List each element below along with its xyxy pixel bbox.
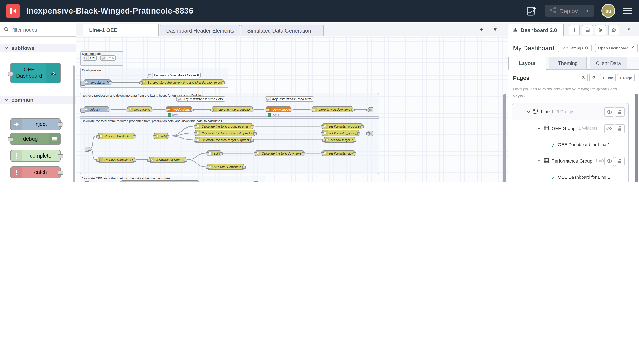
calc-node[interactable]: Calculate the total downtime duration — [255, 150, 304, 156]
add-page-button[interactable]: + Page — [617, 74, 635, 82]
input-port[interactable] — [126, 108, 129, 112]
calc-node[interactable]: Calculate the total target output of tod… — [195, 137, 252, 143]
flowfuse-logo-icon[interactable] — [6, 4, 20, 18]
split-node[interactable]: split — [154, 133, 168, 139]
output-port[interactable] — [353, 139, 356, 142]
output-port[interactable] — [184, 159, 187, 162]
input-port[interactable] — [153, 135, 156, 138]
input-port[interactable] — [311, 108, 314, 112]
tab-client-data[interactable]: Client Data — [589, 56, 627, 70]
flow-list-caret-icon[interactable]: ▾ — [494, 26, 497, 32]
add-link-button[interactable]: + Link — [600, 74, 615, 82]
link-in-node[interactable] — [85, 181, 90, 182]
comment-node[interactable]: License — [83, 55, 97, 61]
inject-button[interactable] — [80, 108, 85, 113]
input-port[interactable] — [96, 159, 100, 162]
input-port[interactable] — [8, 137, 13, 142]
comment-node[interactable]: Key Instructions: Read Before Proceeding — [265, 96, 314, 102]
collapse-all-button[interactable] — [578, 74, 588, 82]
output-port[interactable] — [302, 152, 305, 156]
output-port[interactable] — [219, 152, 223, 156]
output-port[interactable] — [253, 132, 256, 135]
input-port[interactable] — [264, 108, 268, 112]
flow-tab-line-1-oee[interactable]: Line-1 OEE — [83, 24, 159, 36]
output-port[interactable] — [190, 108, 194, 112]
edit-settings-button[interactable]: Edit Settings⚙ — [558, 44, 592, 52]
palette-node-OEE-Dashboard[interactable]: OEE Dashboard — [10, 63, 61, 83]
change-node[interactable]: Retrieve Downtime Data — [98, 157, 135, 162]
flow-tab-simulated-data-generation[interactable]: Simulated Data Generation — [241, 25, 324, 36]
visibility-toggle-button[interactable] — [604, 107, 614, 116]
input-port[interactable] — [96, 135, 100, 138]
output-port[interactable] — [109, 82, 112, 84]
output-port[interactable] — [166, 135, 169, 138]
deploy-button[interactable]: Deploy ▼ — [545, 5, 594, 17]
chevron-down-icon[interactable] — [527, 110, 530, 114]
switch-node[interactable]: Is Downtime Data Empty? — [149, 157, 186, 162]
comment-node[interactable]: README — [100, 55, 116, 61]
change-node[interactable]: set flow.total_good_units — [322, 130, 359, 136]
output-port[interactable] — [133, 135, 136, 138]
input-port[interactable] — [206, 152, 209, 156]
tree-group-row-performance-group[interactable]: Performance Group1 Widgets — [512, 152, 628, 169]
output-port[interactable] — [357, 132, 361, 135]
output-port[interactable] — [351, 108, 355, 112]
palette-section-subflows[interactable]: subflows — [0, 44, 76, 52]
help-tab-button[interactable] — [582, 25, 593, 36]
input-port[interactable] — [194, 139, 197, 142]
input-port[interactable] — [194, 126, 197, 128]
tree-widget-row[interactable]: OEE Dashboard for Line 1 — [512, 169, 628, 182]
output-port[interactable] — [250, 139, 253, 142]
lock-toggle-button[interactable] — [615, 156, 625, 166]
output-port[interactable] — [150, 108, 153, 112]
sidebar-scrollbar[interactable] — [635, 94, 638, 182]
palette-node-inject[interactable]: inject — [10, 118, 61, 130]
change-node[interactable]: Calculate OEE and other metrics, then st… — [120, 180, 199, 182]
output-port[interactable] — [242, 166, 245, 169]
add-flow-button[interactable]: + — [480, 26, 483, 32]
tree-group-row-oee-group[interactable]: OEE Group1 Widgets — [512, 120, 628, 136]
input-port[interactable] — [148, 159, 151, 162]
input-port[interactable] — [194, 132, 197, 135]
input-port[interactable] — [8, 72, 13, 76]
split-node[interactable]: split — [207, 150, 221, 156]
change-node[interactable]: store in msg.production_data — [212, 106, 253, 112]
calc-node[interactable]: Calculate the total good units produced … — [195, 130, 255, 136]
output-port[interactable] — [251, 108, 254, 112]
lock-toggle-button[interactable] — [615, 124, 625, 133]
input-port[interactable] — [323, 139, 326, 142]
input-port[interactable] — [165, 108, 168, 112]
link-in-node[interactable] — [85, 146, 90, 152]
flow-tab-dashboard-header-elements[interactable]: Dashboard Header Elements — [160, 25, 240, 36]
change-node[interactable]: store in msg.downtime_data — [312, 106, 353, 112]
avatar[interactable]: su — [601, 4, 615, 18]
palette-node-catch[interactable]: catch — [10, 166, 61, 178]
change-node[interactable]: set flow.target_output — [324, 137, 355, 143]
output-port[interactable] — [361, 126, 364, 128]
input-port[interactable] — [139, 82, 143, 84]
palette-scrollbar[interactable] — [73, 66, 75, 182]
main-menu-icon[interactable] — [623, 6, 632, 15]
chevron-down-icon[interactable] — [537, 159, 541, 162]
input-port[interactable] — [321, 126, 324, 128]
link-out-node[interactable] — [368, 107, 373, 112]
tree-page-row-line-1[interactable]: Line-19 Groups — [512, 104, 628, 120]
debug-tab-button[interactable] — [595, 25, 606, 36]
output-port[interactable] — [58, 122, 63, 127]
sql-node[interactable]: DowntimeData — [266, 106, 291, 112]
inject-button[interactable] — [80, 81, 85, 86]
change-node[interactable]: set flow.total_produced_units — [322, 123, 363, 129]
output-port[interactable] — [353, 152, 356, 156]
inject-node[interactable]: inject ↻ — [84, 106, 109, 112]
output-port[interactable] — [251, 126, 254, 128]
link-out-node[interactable] — [253, 181, 259, 182]
ai-assistant-icon[interactable] — [525, 5, 537, 17]
palette-node-complete[interactable]: complete — [10, 150, 61, 162]
visibility-toggle-button[interactable] — [604, 156, 614, 166]
change-node[interactable]: set flow.total_downtime — [322, 150, 355, 156]
sidebar-menu-caret-icon[interactable]: ▼ — [627, 27, 631, 32]
comment-node[interactable]: Key Instructions: Read Before Proceeding — [147, 73, 201, 78]
input-port[interactable] — [253, 152, 257, 156]
change-node[interactable]: Set and store the current line and shift… — [141, 80, 224, 85]
sql-node[interactable]: ProductionData — [166, 106, 192, 112]
